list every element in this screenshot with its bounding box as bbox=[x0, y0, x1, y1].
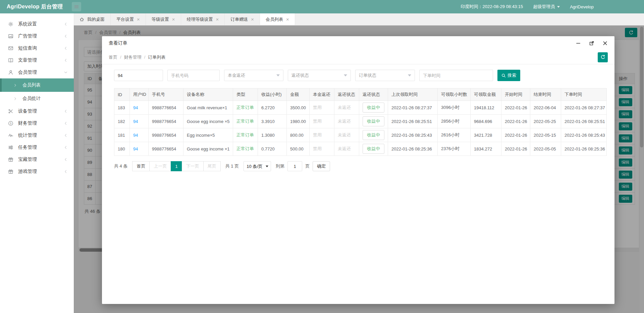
order-table-row: 182949988776654Goose egg income ×5正常订单3.… bbox=[114, 115, 607, 128]
sidebar-item[interactable]: 文章管理 bbox=[0, 54, 74, 66]
breadcrumb-home[interactable]: 首页 bbox=[109, 54, 117, 60]
order-cell-order-id: 181 bbox=[114, 128, 130, 142]
tab-close-icon[interactable]: × bbox=[137, 17, 140, 22]
tab-label: 经理等级设置 bbox=[187, 16, 213, 22]
tab-close-icon[interactable]: × bbox=[251, 17, 254, 22]
income-status-badge[interactable]: 收益中 bbox=[363, 144, 384, 154]
order-cell-order-type: 正常订单 bbox=[233, 128, 258, 142]
stats-icon bbox=[8, 133, 13, 138]
order-cell-device-name: Egg income×5 bbox=[183, 128, 233, 142]
order-cell-order-id: 180 bbox=[114, 142, 130, 156]
tab-label: 等级设置 bbox=[152, 16, 169, 22]
order-cell-order-id: 183 bbox=[114, 101, 130, 115]
breadcrumb-order-list: 订单列表 bbox=[142, 54, 166, 60]
income-status-badge[interactable]: 收益中 bbox=[363, 116, 384, 126]
tab-item[interactable]: 我的桌面 bbox=[74, 13, 111, 25]
goto-confirm-button[interactable]: 确定 bbox=[313, 161, 330, 171]
minimize-icon[interactable] bbox=[576, 41, 581, 46]
order-col-phone: 手机号 bbox=[149, 88, 183, 101]
order-cell-amount: 500.00 bbox=[287, 142, 310, 156]
order-cell-return-status: 未返还 bbox=[334, 115, 359, 128]
search-button[interactable]: 搜索 bbox=[497, 70, 520, 81]
sidebar-item-label: 文章管理 bbox=[18, 57, 37, 63]
tab-close-icon[interactable]: × bbox=[216, 17, 219, 22]
per-page-select-wrap: 10 条/页 bbox=[244, 161, 271, 171]
breadcrumb-finance-mgmt[interactable]: 财务管理 bbox=[117, 54, 142, 60]
income-status-badge[interactable]: 收益中 bbox=[363, 103, 384, 113]
tab-label: 订单赠送 bbox=[230, 16, 248, 22]
user-id-filter-input[interactable] bbox=[114, 70, 163, 81]
sidebar-item[interactable]: 系统设置 bbox=[0, 18, 74, 30]
sidebar-item[interactable]: 游戏管理 bbox=[0, 166, 74, 178]
phone-filter-input[interactable] bbox=[167, 70, 220, 81]
sidebar-item-label: 统计管理 bbox=[18, 132, 37, 138]
svg-text:$: $ bbox=[10, 122, 11, 125]
sidebar-item[interactable]: 任务管理 bbox=[0, 141, 74, 153]
sidebar-item[interactable]: $财务管理 bbox=[0, 117, 74, 129]
mail-icon bbox=[8, 46, 13, 51]
sidebar-item[interactable]: 会员管理 bbox=[0, 66, 74, 78]
menu-icon bbox=[74, 4, 79, 9]
current-user-dropdown[interactable]: 超级管理员 bbox=[533, 4, 560, 10]
tab-item[interactable]: 等级设置× bbox=[146, 13, 181, 25]
tab-active[interactable]: 会员列表× bbox=[260, 13, 295, 25]
pagination-prev-button[interactable]: 上一页 bbox=[149, 161, 171, 171]
tab-item[interactable]: 经理等级设置× bbox=[181, 13, 225, 25]
order-cell-phone: 9988776654 bbox=[149, 142, 183, 156]
sidebar-item[interactable]: 广告管理 bbox=[0, 30, 74, 42]
order-cell-principal-return: 禁用 bbox=[310, 101, 334, 115]
order-cell-return-status-badge: 收益中 bbox=[359, 115, 388, 128]
image-icon bbox=[8, 34, 13, 39]
tab-close-icon[interactable]: × bbox=[286, 17, 289, 22]
pagination-last-button[interactable]: 尾页 bbox=[203, 161, 221, 171]
chevron-left-icon bbox=[64, 46, 68, 50]
order-cell-order-time: 2022-01-26 08:27:37 bbox=[561, 101, 607, 115]
modal-refresh-button[interactable] bbox=[598, 52, 608, 62]
gear-icon bbox=[8, 21, 13, 27]
return-status-select[interactable]: 返还状态 bbox=[288, 70, 351, 81]
pagination-next-button[interactable]: 下一页 bbox=[182, 161, 204, 171]
per-page-select[interactable]: 10 条/页 bbox=[244, 161, 271, 171]
order-status-select[interactable]: 订单状态 bbox=[355, 70, 415, 81]
tab-item[interactable]: 平台设置× bbox=[111, 13, 146, 25]
caret-down-icon bbox=[557, 6, 560, 8]
view-orders-modal: 查看订单 首页 财务管理 订单列表 本金返还 返还状态 订单状态 bbox=[102, 36, 614, 304]
order-cell-order-type: 正常订单 bbox=[233, 115, 258, 128]
principal-return-select[interactable]: 本金返还 bbox=[224, 70, 283, 81]
chevron-left-icon bbox=[64, 170, 68, 174]
user-icon bbox=[8, 70, 13, 75]
maximize-icon[interactable] bbox=[589, 41, 594, 46]
income-status-badge[interactable]: 收益中 bbox=[363, 130, 384, 140]
order-col-order-type: 类型 bbox=[233, 88, 258, 101]
sidebar-toggle-button[interactable] bbox=[72, 2, 81, 11]
order-cell-user-id[interactable]: 94 bbox=[130, 128, 149, 142]
sidebar-subitem[interactable]: 会员统计 bbox=[0, 92, 74, 105]
tab-item[interactable]: 订单赠送× bbox=[225, 13, 260, 25]
order-cell-user-id[interactable]: 94 bbox=[130, 142, 149, 156]
chevron-left-icon bbox=[64, 121, 68, 125]
sidebar-subitem[interactable]: 会员列表 bbox=[0, 78, 74, 92]
chevron-left-icon bbox=[64, 22, 68, 26]
order-cell-phone: 9988776654 bbox=[149, 115, 183, 128]
sidebar-item[interactable]: 短信查询 bbox=[0, 42, 74, 54]
open-tabs-bar: 我的桌面平台设置×等级设置×经理等级设置×订单赠送×会员列表× bbox=[74, 13, 644, 25]
goto-page-input[interactable] bbox=[287, 161, 302, 171]
sidebar-item[interactable]: 设备管理 bbox=[0, 105, 74, 117]
order-cell-device-name: Goose egg income ×1 bbox=[183, 142, 233, 156]
order-col-claimable-hours: 可领取小时数 bbox=[438, 88, 471, 101]
sidebar-item[interactable]: 宝藏管理 bbox=[0, 153, 74, 166]
order-cell-user-id[interactable]: 94 bbox=[130, 101, 149, 115]
sidebar-item[interactable]: 统计管理 bbox=[0, 129, 74, 141]
order-table-row: 183949988776654Goat milk revenue×1正常订单6.… bbox=[114, 101, 607, 115]
tab-close-icon[interactable]: × bbox=[172, 17, 175, 22]
order-cell-principal-return: 禁用 bbox=[310, 115, 334, 128]
pagination-page-1-button[interactable]: 1 bbox=[171, 161, 182, 171]
order-time-filter-input[interactable] bbox=[419, 70, 493, 81]
order-cell-claimable-hours: 2376小时 bbox=[438, 142, 471, 156]
chevron-left-icon bbox=[64, 158, 68, 162]
order-cell-principal-return: 禁用 bbox=[310, 128, 334, 142]
pagination-first-button[interactable]: 首页 bbox=[132, 161, 150, 171]
close-icon[interactable] bbox=[602, 41, 608, 46]
order-col-last-claim-time: 上次领取时间 bbox=[388, 88, 438, 101]
order-cell-user-id[interactable]: 94 bbox=[130, 115, 149, 128]
